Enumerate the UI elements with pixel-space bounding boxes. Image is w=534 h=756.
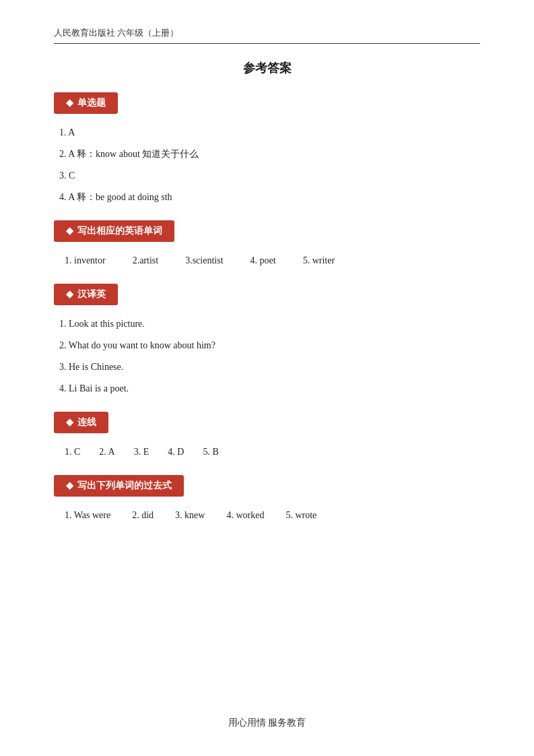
list-item: 3. C [59, 166, 480, 185]
page-title: 参考答案 [54, 60, 480, 76]
list-item: 2. A 释：know about 知道关于什么 [59, 145, 480, 164]
vocab-row: 1. inventor 2.artist 3.scientist 4. poet… [59, 251, 480, 270]
vocab-item: 4. poet [251, 251, 276, 270]
list-item: 1. A [59, 123, 480, 142]
lianxian-item: 2. A [99, 443, 114, 462]
diamond-icon: ◆ [66, 225, 73, 236]
section-translation: ◆汉译英 1. Look at this picture. 2. What do… [54, 284, 480, 398]
list-item: 2. What do you want to know about him? [59, 336, 480, 355]
past-tense-row: 1. Was were 2. did 3. knew 4. worked 5. … [59, 506, 480, 525]
list-item: 1. Look at this picture. [59, 315, 480, 334]
diamond-icon: ◆ [66, 416, 73, 427]
diamond-icon: ◆ [66, 288, 73, 299]
header: 人民教育出版社 六年级（上册） [54, 27, 480, 44]
past-tense-item: 3. knew [175, 506, 205, 525]
lianxian-item: 5. B [203, 443, 218, 462]
section-past-tense: ◆写出下列单词的过去式 1. Was were 2. did 3. knew 4… [54, 475, 480, 525]
past-tense-item: 5. wrote [286, 506, 316, 525]
list-item: 3. He is Chinese. [59, 358, 480, 377]
section-content-vocab: 1. inventor 2.artist 3.scientist 4. poet… [54, 251, 480, 270]
list-item: 4. A 释：be good at doing sth [59, 188, 480, 207]
diamond-icon: ◆ [66, 97, 73, 108]
diamond-icon: ◆ [66, 480, 73, 491]
vocab-item: 3.scientist [185, 251, 223, 270]
section-header-vocab: ◆写出相应的英语单词 [54, 220, 174, 242]
section-content-translation: 1. Look at this picture. 2. What do you … [54, 315, 480, 398]
section-vocab: ◆写出相应的英语单词 1. inventor 2.artist 3.scient… [54, 220, 480, 270]
section-lianxian: ◆连线 1. C 2. A 3. E 4. D 5. B [54, 412, 480, 462]
footer-text: 用心用情 服务教育 [228, 718, 306, 728]
section-content-past-tense: 1. Was were 2. did 3. knew 4. worked 5. … [54, 506, 480, 525]
header-text: 人民教育出版社 六年级（上册） [54, 28, 178, 38]
vocab-item: 1. inventor [65, 251, 106, 270]
lianxian-row: 1. C 2. A 3. E 4. D 5. B [59, 443, 480, 462]
section-header-lianxian: ◆连线 [54, 412, 108, 433]
lianxian-item: 4. D [168, 443, 184, 462]
section-content-single-choice: 1. A 2. A 释：know about 知道关于什么 3. C 4. A … [54, 123, 480, 207]
section-single-choice: ◆单选题 1. A 2. A 释：know about 知道关于什么 3. C … [54, 92, 480, 207]
vocab-item: 2.artist [133, 251, 159, 270]
section-header-past-tense: ◆写出下列单词的过去式 [54, 475, 184, 497]
past-tense-item: 2. did [132, 506, 154, 525]
lianxian-item: 1. C [65, 443, 80, 462]
section-content-lianxian: 1. C 2. A 3. E 4. D 5. B [54, 443, 480, 462]
list-item: 4. Li Bai is a poet. [59, 379, 480, 398]
footer: 用心用情 服务教育 [0, 717, 534, 729]
past-tense-item: 1. Was were [65, 506, 110, 525]
past-tense-item: 4. worked [226, 506, 264, 525]
page: 人民教育出版社 六年级（上册） 参考答案 ◆单选题 1. A 2. A 释：kn… [0, 0, 534, 756]
section-header-single-choice: ◆单选题 [54, 92, 118, 114]
vocab-item: 5. writer [303, 251, 335, 270]
section-header-translation: ◆汉译英 [54, 284, 118, 305]
lianxian-item: 3. E [134, 443, 149, 462]
